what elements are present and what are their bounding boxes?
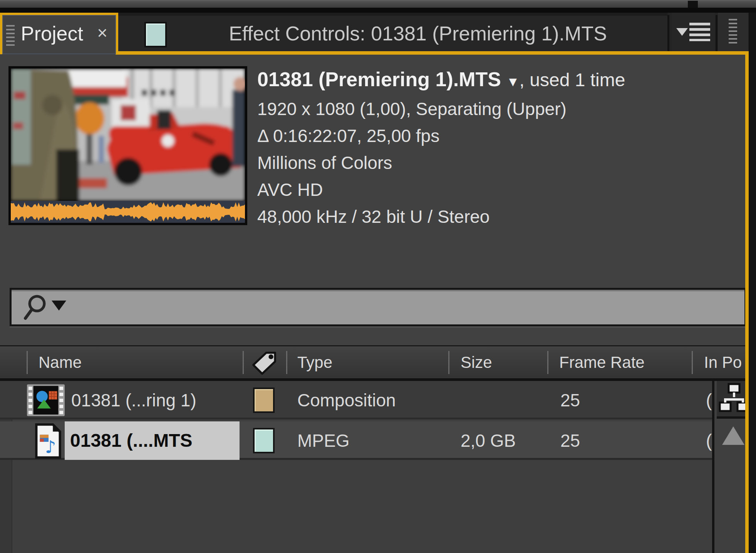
footage-title-dropdown-icon[interactable]: ▼ xyxy=(506,74,520,89)
footage-dimensions: 1920 x 1080 (1,00), Separating (Upper) xyxy=(257,95,754,122)
scrollbar-up-arrow[interactable] xyxy=(722,426,744,445)
footage-usage: , used 1 time xyxy=(520,70,625,90)
label-color-swatch[interactable] xyxy=(253,428,275,453)
item-name[interactable]: 01381 (...ring 1) xyxy=(71,381,196,419)
svg-text:♪: ♪ xyxy=(45,437,56,457)
window-top-divider xyxy=(0,0,756,8)
preview-thumbnail xyxy=(8,66,247,225)
column-divider[interactable] xyxy=(692,351,693,374)
item-type: Composition xyxy=(297,381,396,419)
item-type: MPEG xyxy=(297,421,349,460)
column-divider[interactable] xyxy=(27,351,28,374)
label-column-tag-icon[interactable] xyxy=(250,349,279,377)
item-frame-rate: 25 xyxy=(560,381,580,419)
panel-group-gap xyxy=(688,1,698,8)
composition-icon xyxy=(27,384,65,416)
grip-handle-icon xyxy=(729,19,737,46)
footage-duration: Δ 0:16:22:07, 25,00 fps xyxy=(257,122,754,149)
column-header-name[interactable]: Name xyxy=(39,346,82,378)
footage-title-line: 01381 (Premiering 1).MTS▼, used 1 time xyxy=(257,65,754,95)
project-panel: Effect Controls: 01381 (Premiering 1).MT… xyxy=(0,0,756,553)
item-size: 2,0 GB xyxy=(461,421,516,460)
label-color-swatch[interactable] xyxy=(253,388,275,413)
footage-audio: 48,000 kHz / 32 bit U / Stereo xyxy=(257,203,754,230)
tab-effect-controls-label: Effect Controls: 01381 (Premiering 1).MT… xyxy=(176,16,660,51)
active-panel-right-border xyxy=(745,51,749,553)
footage-info: 01381 (Premiering 1).MTS▼, used 1 time 1… xyxy=(257,65,754,230)
search-icon[interactable] xyxy=(22,294,49,321)
search-bar xyxy=(10,288,746,326)
search-input[interactable] xyxy=(73,292,728,322)
table-row-footage-selected[interactable]: ♪ 01381 (....MTS MPEG 2,0 GB 25 ( xyxy=(0,421,712,460)
vertical-scrollbar[interactable] xyxy=(712,381,748,553)
mpeg-file-icon: ♪ xyxy=(34,423,62,459)
tab-bar-divider xyxy=(667,15,669,51)
footage-color-depth: Millions of Colors xyxy=(257,149,754,176)
search-options-dropdown-icon[interactable] xyxy=(52,301,66,311)
column-header-frame-rate[interactable]: Frame Rate xyxy=(559,346,645,378)
panel-tab-bar: Effect Controls: 01381 (Premiering 1).MT… xyxy=(0,13,756,54)
project-items-list: 01381 (...ring 1) Composition 25 ( ♪ 013… xyxy=(0,381,756,553)
item-name-selected[interactable]: 01381 (....MTS xyxy=(65,421,240,460)
video-frame-thumbnail xyxy=(11,68,245,201)
label-color-swatch-teal xyxy=(144,22,167,47)
close-tab-icon[interactable]: × xyxy=(97,15,107,52)
tab-project[interactable]: Project × xyxy=(0,13,118,54)
tab-bar-divider xyxy=(716,15,717,51)
panel-separator xyxy=(0,8,756,13)
panel-menu-button[interactable] xyxy=(672,13,715,51)
grip-handle-icon xyxy=(6,25,15,47)
column-header-size[interactable]: Size xyxy=(461,346,492,378)
column-header-in-point[interactable]: In Po xyxy=(704,346,748,378)
panel-drag-grip-strip[interactable] xyxy=(718,13,748,51)
audio-waveform xyxy=(11,201,245,223)
column-divider[interactable] xyxy=(547,351,548,374)
footage-codec: AVC HD xyxy=(257,176,754,203)
panel-menu-icon xyxy=(676,23,710,41)
active-panel-top-border xyxy=(116,51,748,55)
column-divider[interactable] xyxy=(448,351,449,374)
tab-project-label: Project xyxy=(21,15,83,52)
item-frame-rate: 25 xyxy=(560,421,580,460)
column-divider[interactable] xyxy=(286,351,287,374)
table-row-composition[interactable]: 01381 (...ring 1) Composition 25 ( xyxy=(0,381,712,419)
panel-outer-edge xyxy=(749,13,756,553)
column-divider[interactable] xyxy=(243,351,244,374)
footage-title: 01381 (Premiering 1).MTS xyxy=(257,68,501,90)
tab-effect-controls[interactable]: Effect Controls: 01381 (Premiering 1).MT… xyxy=(118,13,667,51)
table-header: Name Type Size Frame Rate In Po xyxy=(0,345,756,381)
column-header-type[interactable]: Type xyxy=(297,346,332,378)
